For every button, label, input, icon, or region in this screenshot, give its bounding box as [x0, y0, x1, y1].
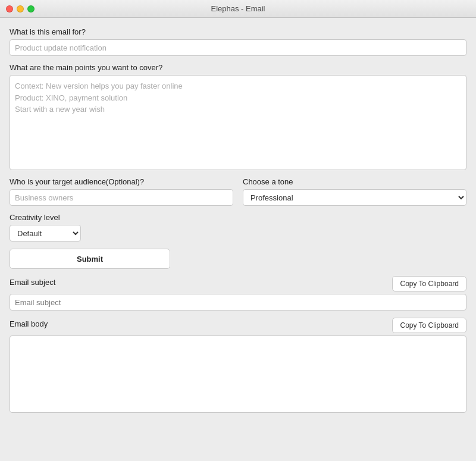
email-subject-section: Email subject Copy To Clipboard — [10, 276, 466, 311]
audience-tone-row: Who is your target audience(Optional)? C… — [10, 177, 466, 206]
copy-subject-button[interactable]: Copy To Clipboard — [392, 276, 466, 291]
main-points-field: What are the main points you want to cov… — [10, 63, 466, 170]
creativity-field: Creativity level Default Low Medium High — [10, 213, 466, 242]
tone-select[interactable]: Professional Casual Formal Friendly — [243, 189, 466, 206]
creativity-label: Creativity level — [10, 213, 466, 222]
email-subject-header-row: Email subject Copy To Clipboard — [10, 276, 466, 291]
title-bar: Elephas - Email — [0, 0, 476, 18]
target-audience-label: Who is your target audience(Optional)? — [10, 177, 233, 186]
creativity-select[interactable]: Default Low Medium High — [10, 225, 81, 242]
main-content: What is this email for? What are the mai… — [0, 18, 476, 424]
email-purpose-label: What is this email for? — [10, 27, 466, 36]
email-purpose-field: What is this email for? — [10, 27, 466, 56]
window-title: Elephas - Email — [211, 4, 265, 13]
main-points-label: What are the main points you want to cov… — [10, 63, 466, 72]
maximize-button[interactable] — [27, 5, 35, 12]
email-body-input[interactable] — [10, 335, 466, 413]
email-body-label: Email body — [10, 319, 48, 328]
minimize-button[interactable] — [17, 5, 24, 12]
copy-body-button[interactable]: Copy To Clipboard — [392, 318, 466, 333]
email-subject-label: Email subject — [10, 278, 55, 287]
email-purpose-input[interactable] — [10, 39, 466, 56]
choose-tone-field: Choose a tone Professional Casual Formal… — [243, 177, 466, 206]
target-audience-field: Who is your target audience(Optional)? — [10, 177, 233, 206]
close-button[interactable] — [6, 5, 13, 12]
email-body-section: Email body Copy To Clipboard — [10, 318, 466, 415]
target-audience-input[interactable] — [10, 189, 233, 206]
main-points-input[interactable] — [10, 75, 466, 170]
title-bar-buttons — [6, 5, 35, 12]
submit-button[interactable]: Submit — [10, 249, 170, 269]
email-body-header-row: Email body Copy To Clipboard — [10, 318, 466, 333]
email-subject-input[interactable] — [10, 294, 466, 311]
choose-tone-label: Choose a tone — [243, 177, 466, 186]
